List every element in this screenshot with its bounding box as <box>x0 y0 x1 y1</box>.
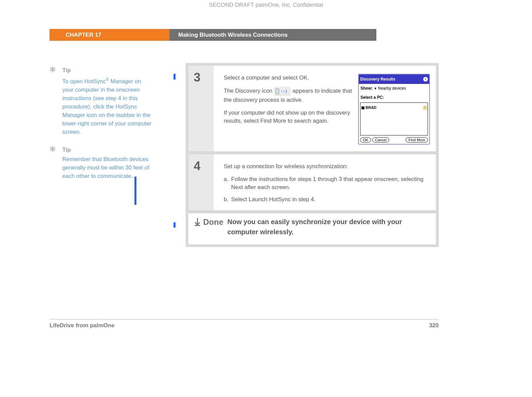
substep-text: Follow the instructions for steps 1 thro… <box>231 175 430 191</box>
svg-rect-1 <box>276 89 278 92</box>
substep-label: b. <box>224 195 231 204</box>
tip-link[interactable]: To open HotSync® Manager on your compute… <box>62 78 152 135</box>
page-footer: LifeDrive from palmOne 320 <box>50 319 439 329</box>
step-text: The Discovery icon › › ) appears to indi… <box>224 87 354 104</box>
done-text: Now you can easily synchronize your devi… <box>227 216 430 237</box>
list-item[interactable]: ▦ BRAD ⚿ <box>361 103 427 112</box>
show-value[interactable]: Nearby devices <box>378 86 406 91</box>
substep-text: Select Launch HotSync in step 4. <box>231 195 315 204</box>
select-pc-label: Select a PC: <box>359 93 429 102</box>
revision-mark <box>174 222 176 227</box>
step-text: Set up a connection for wireless synchro… <box>224 162 430 171</box>
info-icon[interactable]: i <box>423 77 428 82</box>
dialog-title: Discovery Results <box>360 75 395 83</box>
step-text: Select a computer and select OK. <box>224 74 354 82</box>
chapter-number: CHAPTER 17 <box>50 29 169 41</box>
step-3: 3 Select a computer and select OK. The D… <box>188 66 436 151</box>
ok-button[interactable]: OK <box>360 137 371 143</box>
tip-heading: Tip <box>62 146 153 154</box>
step-text: If your computer did not show up on the … <box>224 109 354 125</box>
key-icon: ⚿ <box>423 103 427 112</box>
discovery-icon: › › ) <box>274 87 291 96</box>
substep-label: a. <box>224 175 231 191</box>
done-label: Done <box>203 217 223 227</box>
step-number: 4 <box>188 154 214 210</box>
asterisk-icon: ✱ <box>50 66 62 136</box>
product-name: LifeDrive from palmOne <box>50 322 115 329</box>
tip-link[interactable]: Remember that Bluetooth devices generall… <box>62 156 149 179</box>
tip-block: ✱ Tip To open HotSync® Manager on your c… <box>50 66 153 136</box>
confidential-header: SECOND DRAFT palmOne, Inc. Confidential <box>0 2 532 8</box>
chapter-header-bar: CHAPTER 17 Making Bluetooth Wireless Con… <box>0 29 532 41</box>
page-number: 320 <box>429 322 439 329</box>
find-more-button[interactable]: Find More <box>406 137 428 143</box>
asterisk-icon: ✱ <box>50 146 62 180</box>
tip-block: ✱ Tip Remember that Bluetooth devices ge… <box>50 146 153 180</box>
step-number: 3 <box>188 66 214 151</box>
revision-mark <box>174 74 176 80</box>
cancel-button[interactable]: Cancel <box>372 137 389 143</box>
sidebar-tips: ✱ Tip To open HotSync® Manager on your c… <box>50 66 153 190</box>
chapter-title: Making Bluetooth Wireless Connections <box>169 29 376 41</box>
step-4: 4 Set up a connection for wireless synch… <box>188 154 436 210</box>
discovery-results-dialog: Discovery Results i Show: ▼ Nearby devic… <box>358 74 430 145</box>
tip-heading: Tip <box>62 66 153 74</box>
down-arrow-icon <box>194 217 201 228</box>
device-listbox[interactable]: ▦ BRAD ⚿ <box>360 102 428 135</box>
done-block: Done Now you can easily synchronize your… <box>188 213 436 244</box>
steps-panel: 3 Select a computer and select OK. The D… <box>186 63 439 247</box>
show-label: Show: <box>361 86 373 91</box>
dropdown-icon[interactable]: ▼ <box>374 87 378 90</box>
